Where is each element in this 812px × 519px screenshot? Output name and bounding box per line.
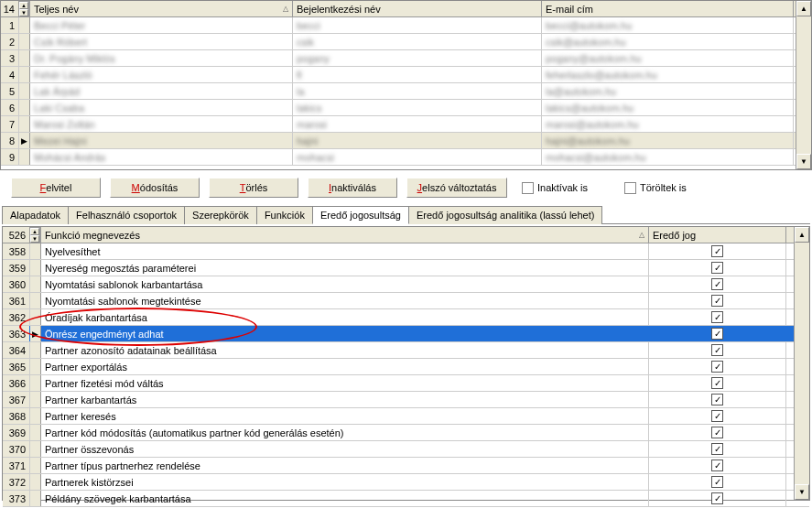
inaktivak-checkbox[interactable]: Inaktívak is bbox=[522, 182, 588, 194]
row-index: 7 bbox=[1, 116, 19, 132]
row-marker-icon: ▶ bbox=[32, 330, 39, 339]
scroll-up-icon[interactable]: ▲ bbox=[795, 227, 809, 243]
tab[interactable]: Eredő jogosultság bbox=[312, 206, 409, 224]
user-login: mohacsi bbox=[293, 149, 542, 165]
user-row[interactable]: 7Marosi Zoltánmarosimarosi@autokom.hu bbox=[1, 116, 811, 133]
user-table-vscroll[interactable]: ▲ ▼ bbox=[796, 1, 811, 169]
function-row[interactable]: 365Partner exportálás✓ bbox=[3, 359, 809, 375]
function-jog-cell: ✓ bbox=[649, 375, 786, 391]
user-fullname: Laki Csaba bbox=[30, 100, 293, 115]
spin-up-icon[interactable]: ▲ bbox=[30, 228, 39, 235]
check-icon[interactable]: ✓ bbox=[711, 410, 723, 422]
user-row[interactable]: 1Becci Péterbeccibecci@autokom.hu bbox=[1, 17, 811, 34]
inaktivalas-button[interactable]: Inaktiválás bbox=[308, 178, 397, 198]
row-index: 2 bbox=[1, 34, 19, 49]
row-index: 371 bbox=[3, 458, 30, 473]
function-row[interactable]: 370Partner összevonás✓ bbox=[3, 441, 809, 458]
check-icon[interactable]: ✓ bbox=[711, 278, 723, 290]
check-icon[interactable]: ✓ bbox=[711, 492, 723, 504]
scroll-down-icon[interactable]: ▼ bbox=[795, 484, 809, 500]
modositas-button[interactable]: Módosítás bbox=[110, 178, 200, 198]
user-login: hajni bbox=[293, 133, 542, 148]
toroltek-checkbox[interactable]: Töröltek is bbox=[624, 182, 687, 194]
user-row[interactable]: 6Laki Csabalakicslakics@autokom.hu bbox=[1, 100, 811, 116]
check-icon[interactable]: ✓ bbox=[711, 262, 723, 274]
function-row[interactable]: 358Nyelvesíthet✓ bbox=[3, 243, 809, 260]
row-marker-icon: ▶ bbox=[21, 136, 28, 146]
function-name: Partner exportálás bbox=[41, 359, 649, 374]
check-icon[interactable]: ✓ bbox=[711, 344, 723, 356]
torles-button[interactable]: Törlés bbox=[209, 178, 298, 198]
function-jog-cell: ✓ bbox=[649, 309, 786, 325]
function-row[interactable]: 360Nyomtatási sablonok karbantartása✓ bbox=[3, 276, 809, 293]
user-row[interactable]: 8▶Mezei Hajnihajnihajni@autokom.hu bbox=[1, 133, 811, 149]
col-header-login[interactable]: Bejelentkezési név bbox=[293, 1, 542, 16]
function-jog-cell: ✓ bbox=[649, 491, 786, 506]
button-bar: Felvitel Módosítás Törlés Inaktiválás Je… bbox=[0, 170, 812, 205]
func-table-vscroll[interactable]: ▲ ▼ bbox=[794, 227, 809, 500]
function-jog-cell: ✓ bbox=[649, 276, 786, 292]
jelszo-valtoztatas-button[interactable]: Jelszó változtatás bbox=[406, 178, 507, 198]
tab[interactable]: Alapadatok bbox=[2, 206, 69, 224]
row-index: 4 bbox=[1, 67, 19, 82]
function-table-header: 526 ▲ ▼ Funkció megnevezés △ Eredő jog bbox=[3, 227, 809, 243]
user-row[interactable]: 4Fehér Lászlóflfeherlaszlo@autokom.hu bbox=[1, 67, 811, 83]
function-row[interactable]: 371Partner típus partnerhez rendelése✓ bbox=[3, 458, 809, 474]
function-row[interactable]: 369Partner kód módosítás (automatikus pa… bbox=[3, 425, 809, 441]
check-icon[interactable]: ✓ bbox=[711, 361, 723, 373]
tab[interactable]: Szerepkörök bbox=[184, 206, 257, 224]
user-row[interactable]: 3Dr. Pogány Miklóspoganypogany@autokom.h… bbox=[1, 50, 811, 67]
function-jog-cell: ✓ bbox=[649, 342, 786, 358]
function-jog-cell: ✓ bbox=[649, 441, 786, 457]
spin-down-icon[interactable]: ▼ bbox=[30, 235, 39, 243]
row-index: 363 bbox=[3, 326, 30, 341]
check-icon[interactable]: ✓ bbox=[711, 460, 723, 471]
tab[interactable]: Eredő jogosultság analitika (lassú lehet… bbox=[408, 206, 602, 224]
check-icon[interactable]: ✓ bbox=[711, 311, 723, 323]
user-email: pogany@autokom.hu bbox=[542, 50, 794, 66]
col-header-fullname[interactable]: Teljes név △ bbox=[30, 1, 293, 16]
function-row[interactable]: 366Partner fizetési mód váltás✓ bbox=[3, 375, 809, 392]
user-table: 14 ▲ ▼ Teljes név △ Bejelentkezési név E… bbox=[0, 0, 812, 170]
check-icon[interactable]: ✓ bbox=[711, 295, 723, 307]
user-email: lakics@autokom.hu bbox=[542, 100, 794, 115]
spin-down-icon[interactable]: ▼ bbox=[19, 9, 28, 16]
tab[interactable]: Funkciók bbox=[256, 206, 313, 224]
check-icon[interactable]: ✓ bbox=[711, 328, 723, 340]
check-icon[interactable]: ✓ bbox=[711, 394, 723, 405]
check-icon[interactable]: ✓ bbox=[711, 427, 723, 438]
sort-asc-icon: △ bbox=[639, 231, 644, 239]
user-row[interactable]: 5Lak Árpádlala@autokom.hu bbox=[1, 83, 811, 100]
row-index: 361 bbox=[3, 293, 30, 308]
function-row[interactable]: 363▶Önrész engedményt adhat✓ bbox=[3, 326, 809, 342]
check-icon[interactable]: ✓ bbox=[711, 443, 723, 455]
scroll-up-icon[interactable]: ▲ bbox=[796, 1, 811, 16]
felvitel-button[interactable]: Felvitel bbox=[11, 178, 101, 198]
function-row[interactable]: 359Nyereség megosztás paraméterei✓ bbox=[3, 260, 809, 276]
function-row[interactable]: 372Partnerek kistörzsei✓ bbox=[3, 474, 809, 491]
spin-up-icon[interactable]: ▲ bbox=[19, 2, 28, 9]
function-row[interactable]: 362Óradíjak karbantartása✓ bbox=[3, 309, 809, 326]
user-login: pogany bbox=[293, 50, 542, 66]
scroll-down-icon[interactable]: ▼ bbox=[796, 154, 811, 169]
function-row[interactable]: 373Példány szövegek karbantartása✓ bbox=[3, 491, 809, 507]
user-fullname: Lak Árpád bbox=[30, 83, 293, 99]
function-row[interactable]: 368Partner keresés✓ bbox=[3, 408, 809, 425]
col-header-email[interactable]: E-mail cím bbox=[542, 1, 794, 16]
row-index: 368 bbox=[3, 408, 30, 424]
check-icon[interactable]: ✓ bbox=[711, 476, 723, 488]
user-row[interactable]: 2Csík Róbertcsikcsik@autokom.hu bbox=[1, 34, 811, 50]
row-index: 370 bbox=[3, 441, 30, 457]
function-row[interactable]: 364Partner azonosító adatainak beállítás… bbox=[3, 342, 809, 359]
check-icon[interactable]: ✓ bbox=[711, 377, 723, 389]
col-header-jog[interactable]: Eredő jog bbox=[649, 227, 786, 243]
user-table-header: 14 ▲ ▼ Teljes név △ Bejelentkezési név E… bbox=[1, 1, 811, 17]
tab[interactable]: Felhasználó csoportok bbox=[68, 206, 185, 224]
function-row[interactable]: 361Nyomtatási sablonok megtekintése✓ bbox=[3, 293, 809, 309]
function-jog-cell: ✓ bbox=[649, 260, 786, 276]
col-header-funcname[interactable]: Funkció megnevezés △ bbox=[41, 227, 649, 243]
user-email: hajni@autokom.hu bbox=[542, 133, 794, 148]
check-icon[interactable]: ✓ bbox=[711, 245, 723, 257]
function-row[interactable]: 367Partner karbantartás✓ bbox=[3, 392, 809, 408]
user-row[interactable]: 9Mohácsi Andrásmohacsimohacsi@autokom.hu bbox=[1, 149, 811, 166]
